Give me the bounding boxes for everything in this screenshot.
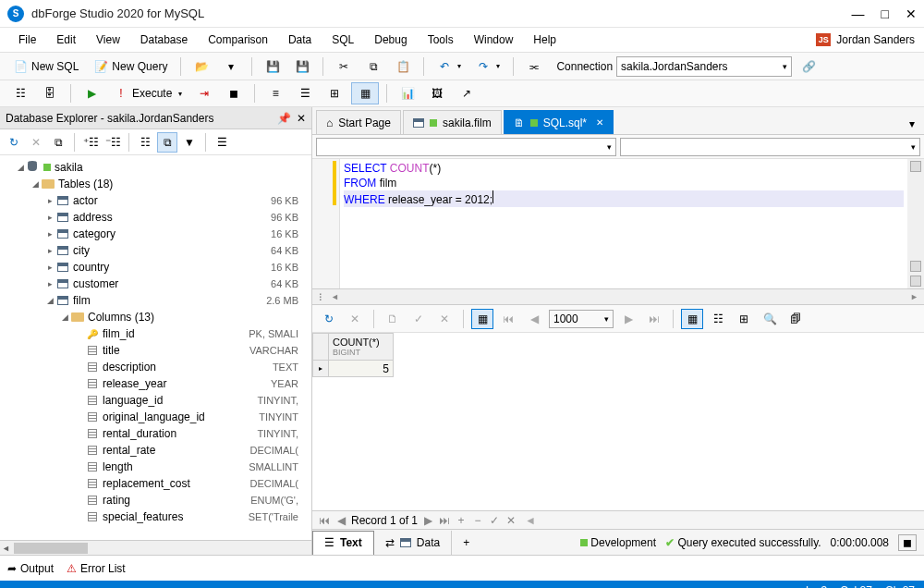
result-tab-data[interactable]: ⇄ Data (374, 531, 452, 555)
vertical-scrollbar[interactable] (907, 159, 924, 288)
tree-table-node[interactable]: ▸address96 KB (0, 209, 311, 226)
user-badge[interactable]: JS Jordan Sanders (816, 33, 915, 46)
open-dropdown[interactable]: ▾ (218, 56, 244, 77)
menu-help[interactable]: Help (524, 31, 565, 49)
image-button[interactable]: 🖼 (424, 83, 450, 104)
collapse-button[interactable]: ⧉ (48, 132, 68, 153)
maximize-button[interactable]: □ (881, 6, 889, 21)
editor-splitter[interactable]: ⫶ ◄ ► (312, 288, 924, 305)
save-button[interactable]: 💾 (260, 56, 286, 77)
sql-editor[interactable]: SELECT COUNT(*) FROM film WHERE release_… (312, 159, 924, 288)
close-panel-button[interactable]: ✕ (297, 112, 306, 125)
object-tree[interactable]: ◢ sakila ◢ Tables (18) ▸actor96 KB▸addre… (0, 155, 311, 540)
tree-column-node[interactable]: ratingENUM('G', (0, 492, 311, 508)
export-grid-button[interactable]: 🗐 (784, 309, 807, 329)
last-page-button[interactable]: ⏭ (643, 309, 665, 329)
pin-button[interactable]: 📌 (277, 112, 291, 125)
tree-column-node[interactable]: special_featuresSET('Traile (0, 508, 311, 525)
tabs-overflow-button[interactable]: ▾ (904, 114, 920, 134)
next-page-button[interactable]: ▶ (617, 309, 639, 329)
code-area[interactable]: SELECT COUNT(*) FROM film WHERE release_… (340, 159, 907, 288)
stop-clock-button[interactable]: ◼ (898, 534, 917, 551)
menu-sql[interactable]: SQL (322, 31, 363, 49)
menu-window[interactable]: Window (465, 31, 523, 49)
stop-button[interactable]: ◼ (221, 83, 247, 104)
prev-page-button[interactable]: ◀ (523, 309, 545, 329)
apply-button[interactable]: ✓ (407, 309, 430, 329)
outline-button[interactable]: ☰ (292, 83, 318, 104)
rem-conn-button[interactable]: ⁻☷ (103, 132, 123, 153)
comment-button[interactable]: ⊞ (322, 83, 347, 104)
result-tab-text[interactable]: ☰ Text (312, 531, 374, 555)
close-button[interactable]: ✕ (906, 6, 917, 21)
cut-button[interactable]: ✂ (331, 56, 357, 77)
tab-sql[interactable]: 🗎 SQL.sql* ✕ (504, 110, 614, 134)
tree-column-node[interactable]: rental_durationTINYINT, (0, 425, 311, 442)
tree-table-node[interactable]: ▸city64 KB (0, 242, 311, 259)
tree-column-node[interactable]: titleVARCHAR (0, 342, 311, 359)
nav-prev-button[interactable]: ◀ (334, 514, 347, 527)
object-dropdown[interactable]: ▾ (620, 138, 920, 156)
filter-button[interactable]: ▼ (179, 132, 200, 153)
paged-mode-button[interactable]: ▦ (471, 309, 493, 329)
tree-column-node[interactable]: descriptionTEXT (0, 359, 311, 375)
connection-icon-button[interactable]: ⫘ (521, 56, 547, 77)
pivot-button[interactable]: ⊞ (733, 309, 755, 329)
search-button[interactable]: 🔍 (759, 309, 781, 329)
tree-mode-button[interactable]: ☷ (135, 132, 155, 153)
add-conn-button[interactable]: ⁺☷ (80, 132, 101, 153)
tree-table-node[interactable]: ▸country16 KB (0, 259, 311, 276)
menu-file[interactable]: File (9, 31, 45, 49)
grid-view-button[interactable]: ▦ (681, 309, 703, 329)
tree-table-node[interactable]: ◢film2.6 MB (0, 292, 311, 309)
tree-column-node[interactable]: replacement_costDECIMAL( (0, 475, 311, 492)
menu-view[interactable]: View (87, 31, 129, 49)
refresh-results-button[interactable]: ↻ (318, 309, 340, 329)
grid-row[interactable]: ▸ 5 (312, 361, 924, 377)
tree-column-node[interactable]: original_language_idTINYINT (0, 409, 311, 425)
result-tab-add[interactable]: + (452, 531, 480, 555)
page-size-select[interactable]: 1000▾ (549, 310, 614, 328)
first-page-button[interactable]: ⏮ (497, 309, 519, 329)
props-button[interactable]: ☰ (212, 132, 232, 153)
menu-data[interactable]: Data (279, 31, 321, 49)
tree-table-node[interactable]: ▸category16 KB (0, 226, 311, 242)
tree-db-node[interactable]: ◢ sakila (0, 159, 311, 176)
menu-tools[interactable]: Tools (419, 31, 463, 49)
new-sql-button[interactable]: 📄New SQL (7, 56, 84, 77)
tab-start-page[interactable]: ⌂ Start Page (316, 110, 401, 134)
refresh-button[interactable]: ↻ (4, 132, 24, 153)
nav-last-button[interactable]: ⏭ (438, 514, 451, 527)
error-list-tab[interactable]: ⚠Error List (67, 562, 126, 575)
execute-button[interactable]: !Execute▾ (108, 83, 188, 104)
connection-select[interactable]: sakila.JordanSanders ▾ (616, 56, 792, 77)
tree-column-node[interactable]: rental_rateDECIMAL( (0, 442, 311, 459)
tree-tables-node[interactable]: ◢ Tables (18) (0, 176, 311, 192)
nav-del-button[interactable]: − (471, 514, 484, 527)
reject-button[interactable]: ✕ (433, 309, 456, 329)
column-header[interactable]: COUNT(*) BIGINT (329, 333, 394, 361)
run-button[interactable]: ▶ (79, 83, 104, 104)
results-grid[interactable]: COUNT(*) BIGINT ▸ 5 (312, 333, 924, 510)
db-button[interactable]: 🗄 (37, 83, 63, 104)
chart-button[interactable]: 📊 (395, 83, 420, 104)
menu-edit[interactable]: Edit (47, 31, 85, 49)
tree-table-node[interactable]: ▸customer64 KB (0, 276, 311, 292)
tree-column-node[interactable]: language_idTINYINT, (0, 392, 311, 409)
hierarchy-button[interactable]: ☷ (7, 83, 33, 104)
tree-columns-node[interactable]: ◢ Columns (13) (0, 309, 311, 325)
output-tab[interactable]: ➦Output (7, 562, 54, 575)
close-tab-icon[interactable]: ✕ (596, 117, 603, 128)
save-all-button[interactable]: 💾 (289, 56, 315, 77)
minimize-button[interactable]: — (852, 6, 865, 21)
tree-column-node[interactable]: release_yearYEAR (0, 375, 311, 392)
nav-first-button[interactable]: ⏮ (318, 514, 331, 527)
nav-next-button[interactable]: ▶ (421, 514, 434, 527)
tree-table-node[interactable]: ▸actor96 KB (0, 192, 311, 209)
open-button[interactable]: 📂 (188, 56, 214, 77)
menu-debug[interactable]: Debug (365, 31, 416, 49)
export-button[interactable]: ↗ (454, 83, 480, 104)
undo-button[interactable]: ↶▾ (432, 56, 467, 77)
connection-action-button[interactable]: 🔗 (796, 56, 821, 77)
copy-button[interactable]: ⧉ (360, 56, 386, 77)
